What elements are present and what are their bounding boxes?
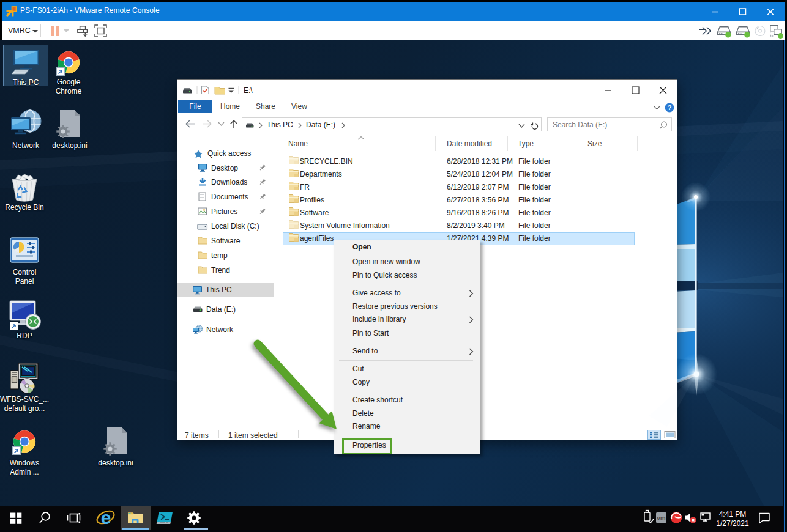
svg-text:1/27/2021: 1/27/2021 [716, 519, 749, 528]
svg-text:4:41 PM: 4:41 PM [719, 510, 747, 519]
svg-text:E:\: E:\ [244, 86, 253, 95]
svg-text:vm: vm [657, 515, 666, 522]
svg-text:e: e [101, 508, 111, 528]
svg-text:?: ? [668, 104, 672, 111]
